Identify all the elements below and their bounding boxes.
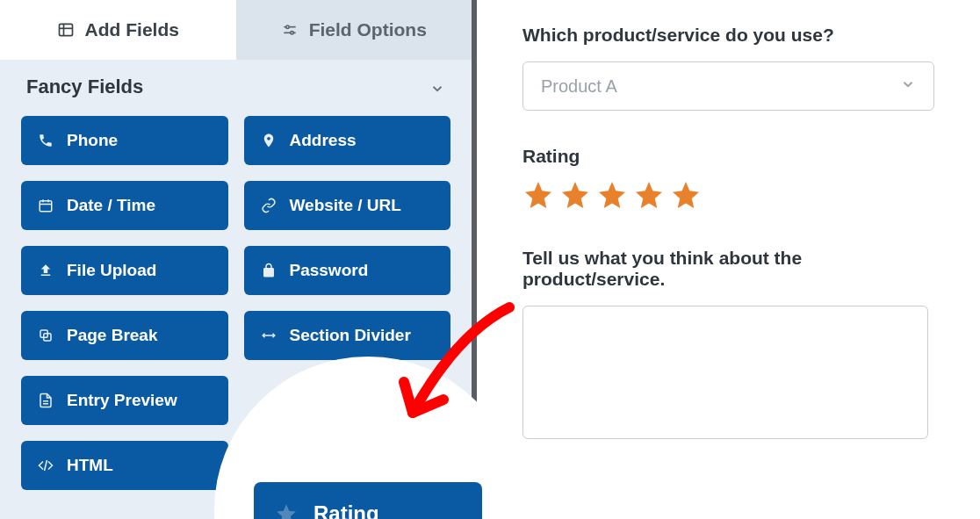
rating-stars[interactable]	[522, 179, 934, 211]
field-address[interactable]: Address	[244, 116, 451, 165]
upload-icon	[37, 262, 54, 279]
arrows-horizontal-icon	[260, 327, 277, 344]
field-website-label: Website / URL	[290, 196, 401, 215]
field-phone[interactable]: Phone	[21, 116, 228, 165]
star-icon	[275, 502, 298, 519]
field-section[interactable]: Section Divider	[244, 311, 451, 360]
copy-icon	[37, 327, 54, 344]
code-icon	[37, 457, 54, 474]
star-icon[interactable]	[522, 179, 554, 211]
field-pagebreak[interactable]: Page Break	[21, 311, 228, 360]
sliders-icon	[281, 21, 299, 39]
field-rating-label: Rating	[313, 501, 379, 519]
tabs-bar: Add Fields Field Options	[0, 0, 472, 60]
svg-point-5	[285, 25, 288, 28]
svg-rect-7	[40, 201, 52, 212]
field-datetime[interactable]: Date / Time	[21, 181, 228, 230]
feedback-textarea[interactable]	[522, 306, 928, 439]
star-icon[interactable]	[596, 179, 628, 211]
chevron-down-icon	[900, 76, 916, 97]
field-html-label: HTML	[67, 456, 113, 475]
lock-icon	[260, 262, 277, 279]
field-phone-label: Phone	[67, 131, 118, 150]
field-pagebreak-label: Page Break	[67, 326, 158, 345]
field-address-label: Address	[290, 131, 357, 150]
field-password-label: Password	[290, 261, 369, 280]
field-datetime-label: Date / Time	[67, 196, 155, 215]
field-section-label: Section Divider	[290, 326, 411, 345]
link-icon	[260, 197, 277, 214]
field-upload-label: File Upload	[67, 261, 156, 280]
star-icon[interactable]	[559, 179, 591, 211]
calendar-icon	[37, 197, 54, 214]
field-upload[interactable]: File Upload	[21, 246, 228, 295]
product-select-value: Product A	[541, 76, 617, 97]
question-rating-label: Rating	[522, 146, 934, 167]
form-preview: Which product/service do you use? Produc…	[477, 0, 980, 519]
field-entry-label: Entry Preview	[67, 391, 177, 410]
question-feedback-label: Tell us what you think about the product…	[522, 248, 934, 290]
form-fields-icon	[57, 21, 75, 39]
svg-rect-0	[59, 24, 72, 35]
tab-field-options[interactable]: Field Options	[236, 0, 472, 60]
star-icon[interactable]	[670, 179, 702, 211]
tab-add-fields[interactable]: Add Fields	[0, 0, 236, 60]
product-select[interactable]: Product A	[522, 61, 934, 111]
question-product-label: Which product/service do you use?	[522, 25, 934, 46]
section-header-fancy[interactable]: Fancy Fields	[0, 60, 472, 107]
field-rating-highlighted[interactable]: Rating	[254, 482, 482, 519]
svg-line-16	[45, 460, 47, 471]
svg-point-6	[290, 32, 292, 34]
star-icon[interactable]	[633, 179, 665, 211]
field-html[interactable]: HTML	[21, 441, 228, 490]
field-website[interactable]: Website / URL	[244, 181, 451, 230]
phone-icon	[37, 132, 54, 149]
tab-field-options-label: Field Options	[309, 19, 427, 40]
section-title: Fancy Fields	[26, 76, 143, 98]
document-icon	[37, 392, 54, 409]
field-entry[interactable]: Entry Preview	[21, 376, 228, 425]
chevron-down-icon	[429, 79, 445, 95]
tab-add-fields-label: Add Fields	[85, 19, 179, 40]
field-password[interactable]: Password	[244, 246, 451, 295]
pin-icon	[260, 132, 277, 149]
